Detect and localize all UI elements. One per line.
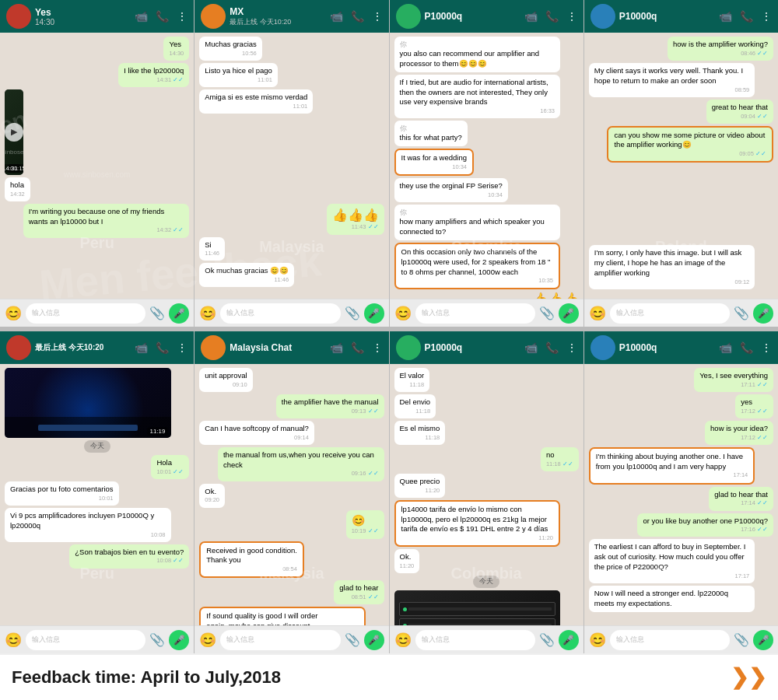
mic-btn-4[interactable]: 🎤 (753, 303, 773, 324)
menu-icon-2b[interactable]: ⋮ (372, 341, 383, 354)
video-icon-4[interactable]: 📹 (719, 10, 732, 23)
msg-tried: If I tried, but are audio for internatio… (394, 75, 561, 119)
emoji-icon-2b[interactable]: 😊 (199, 632, 216, 649)
video-icon-3[interactable]: 📹 (524, 10, 538, 23)
input-3[interactable]: 输入信息 (415, 303, 535, 324)
avatar-1b (6, 335, 31, 360)
msg-fp-serie: they use the orginal FP Serise? 10:34 (394, 178, 508, 202)
panel4b-footer: 😊 输入信息 📎 🎤 (584, 625, 778, 653)
panel1-header: Yes 14:30 📹 📞 ⋮ (0, 0, 194, 33)
header-name-4: P10000q (619, 11, 715, 22)
input-4[interactable]: 输入信息 (610, 303, 730, 324)
avatar-1 (6, 4, 31, 29)
rack-image[interactable]: 00:13 06:00 (394, 590, 561, 625)
attach-icon-2b[interactable]: 📎 (345, 632, 360, 647)
emoji-icon-1b[interactable]: 😊 (5, 632, 22, 649)
video-icon-2[interactable]: 📹 (330, 10, 343, 23)
menu-icon-3[interactable]: ⋮ (566, 10, 577, 23)
emoji-icon-3[interactable]: 😊 (394, 305, 412, 322)
input-2b[interactable]: 输入信息 (220, 630, 340, 650)
phone-icon-4b[interactable]: 📞 (740, 341, 753, 354)
emoji-icon-4b[interactable]: 😊 (589, 632, 606, 649)
mic-btn-3b[interactable]: 🎤 (559, 630, 579, 650)
input-4b[interactable]: 输入信息 (610, 630, 730, 650)
attach-icon-1b[interactable]: 📎 (149, 632, 165, 647)
video-icon-1b[interactable]: 📹 (135, 341, 148, 354)
panel3-footer: 😊 输入信息 📎 🎤 (390, 299, 584, 327)
msg-listo: Listo ya hice el pago 11:01 (199, 63, 278, 87)
emoji-icon-3b[interactable]: 😊 (394, 632, 412, 649)
mic-btn-2b[interactable]: 🎤 (364, 630, 384, 650)
video-icon-1[interactable]: 📹 (135, 10, 148, 23)
phone-icon-2[interactable]: 📞 (351, 10, 364, 23)
phone-icon-4[interactable]: 📞 (740, 10, 753, 23)
mic-btn-1b[interactable]: 🎤 (169, 630, 189, 650)
msg-like-lp: I like the lp20000q 14:31 ✓✓ (118, 63, 189, 87)
panel4b-header: P10000q 📹 📞 ⋮ (584, 331, 778, 364)
panel2b-body: unit approval 09:10 the amplifier have t… (194, 364, 388, 625)
input-2[interactable]: 输入信息 (220, 303, 340, 324)
header-name-4b: P10000q (619, 342, 715, 353)
msg-recommend: 你 you also can recommend our amplifier a… (394, 37, 561, 72)
msg-muchas-gracias: Muchas gracias 10:56 (199, 37, 262, 61)
msg-ok-muchas: Ok muchas gracias 😊😊 11:46 (199, 263, 294, 287)
avatar-3b (396, 335, 421, 360)
mic-btn-2[interactable]: 🎤 (364, 303, 384, 324)
mic-btn-3[interactable]: 🎤 (559, 303, 579, 324)
input-1[interactable]: 输入信息 (26, 303, 145, 324)
msg-thumbs: 👍👍👍 11:43 ✓✓ (327, 204, 384, 235)
avatar-2 (201, 4, 226, 29)
input-1b[interactable]: 输入信息 (26, 630, 145, 650)
emoji-icon-1[interactable]: 😊 (5, 305, 22, 322)
phone-icon-3[interactable]: 📞 (545, 10, 559, 23)
menu-icon-2[interactable]: ⋮ (372, 10, 383, 23)
msg-si: Si 11:46 (199, 237, 225, 261)
video-icon-4b[interactable]: 📹 (719, 341, 732, 354)
msg-smile-emoji: 😊 10:19 ✓✓ (346, 510, 384, 539)
header-name-1b: 最后上线 今天10:20 (35, 342, 131, 353)
phone-icon-2b[interactable]: 📞 (351, 341, 364, 354)
emoji-icon-4[interactable]: 😊 (589, 305, 606, 322)
stage-img-container: 11:19 (5, 368, 171, 438)
attach-icon-3b[interactable]: 📎 (539, 632, 555, 647)
menu-icon-1[interactable]: ⋮ (177, 10, 187, 23)
header-info-4b: P10000q (619, 342, 715, 353)
emoji-icon-2[interactable]: 😊 (199, 305, 216, 322)
phone-icon-1[interactable]: 📞 (156, 10, 169, 23)
mic-btn-1[interactable]: 🎤 (169, 303, 189, 324)
today-divider-1b: 今天 (84, 440, 110, 453)
top-row: Yes 14:30 📹 📞 ⋮ Men Yes 14:30 I like the (0, 0, 778, 327)
bottom-bar: Feedback time: April to July,2018 ❯❯ (0, 653, 778, 700)
video-icon-3b[interactable]: 📹 (524, 341, 538, 354)
msg-show-picture: can you show me some picture or video ab… (607, 126, 773, 163)
header-name-2: MX (230, 6, 325, 17)
today-divider-3b: 今天 (473, 576, 499, 588)
attach-icon-3[interactable]: 📎 (539, 306, 555, 320)
mic-btn-4b[interactable]: 🎤 (753, 630, 773, 650)
menu-icon-4b[interactable]: ⋮ (761, 341, 772, 354)
msg-how-many: 你 how many amplifiers and which speaker … (394, 205, 561, 240)
msg-amp-manual: the amplifier have the manual 09:13 ✓✓ (276, 394, 384, 418)
panel-poland-bot: P10000q 📹 📞 ⋮ Yes, I see everything 17:1… (584, 331, 778, 653)
bottom-row: 最后上线 今天10:20 📹 📞 ⋮ 11:19 (0, 327, 778, 653)
video-icon-2b[interactable]: 📹 (330, 341, 343, 354)
msg-thinking-buying: I'm thinking about buying another one. I… (589, 447, 755, 485)
attach-icon-2[interactable]: 📎 (345, 306, 360, 320)
menu-icon-3b[interactable]: ⋮ (566, 341, 577, 354)
chevron-icon[interactable]: ❯❯ (731, 667, 766, 688)
menu-icon-1b[interactable]: ⋮ (177, 341, 187, 354)
phone-icon-3b[interactable]: 📞 (545, 341, 559, 354)
play-button-1[interactable]: ▶ (5, 123, 23, 142)
msg-amiga: Amiga si es este mismo verdad 11:01 (199, 89, 313, 114)
phone-icon-1b[interactable]: 📞 (156, 341, 169, 354)
header-name-1: Yes (35, 7, 131, 18)
menu-icon-4[interactable]: ⋮ (761, 10, 772, 23)
panel4-header: P10000q 📹 📞 ⋮ (584, 0, 778, 33)
video-thumbnail-1[interactable]: www.sinbosen.com ▶ 00:15 14:31 (5, 89, 23, 175)
input-3b[interactable]: 输入信息 (415, 630, 535, 650)
attach-icon-1[interactable]: 📎 (149, 306, 165, 320)
attach-icon-4b[interactable]: 📎 (734, 632, 749, 647)
avatar-4 (591, 4, 615, 29)
attach-icon-4[interactable]: 📎 (734, 306, 749, 320)
stage-image[interactable]: 11:19 (5, 368, 171, 438)
